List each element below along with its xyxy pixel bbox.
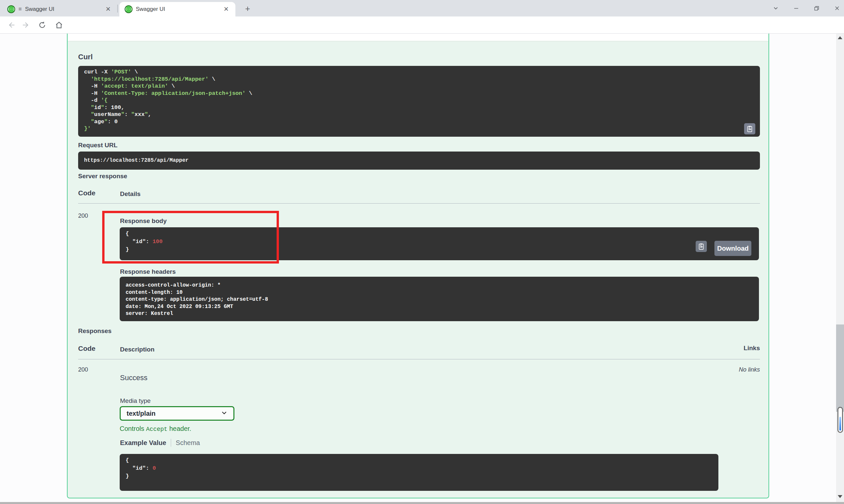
back-icon[interactable]: [6, 20, 16, 30]
tab-swagger-ui-1[interactable]: {··} ≡ Swagger UI ✕: [2, 2, 117, 16]
forward-icon[interactable]: [21, 20, 31, 30]
response-headers-heading: Response headers: [120, 268, 176, 275]
tab-strip: {··} ≡ Swagger UI ✕ {··} Swagger UI ✕ +: [0, 0, 844, 16]
server-response-code-header: Code: [78, 189, 96, 197]
tab-search-chevron-icon[interactable]: [772, 5, 779, 12]
server-response-status-code: 200: [78, 213, 88, 219]
reload-icon[interactable]: [37, 20, 48, 30]
accept-code-text: Accept: [146, 426, 168, 433]
request-url-heading: Request URL: [78, 142, 117, 149]
scrollbar-thumb[interactable]: [836, 324, 844, 412]
opblock-section-header: [68, 34, 769, 41]
new-tab-button[interactable]: +: [243, 4, 253, 14]
response-body-code-block: { "id": 100}: [120, 227, 759, 260]
model-example-tabs: Example Value Schema: [120, 439, 200, 447]
response-row-description: Success: [120, 374, 148, 382]
browser-window: {··} ≡ Swagger UI ✕ {··} Swagger UI ✕ +: [0, 0, 844, 504]
curl-code-block: curl -X 'POST' \ 'https://localhost:7285…: [78, 66, 760, 137]
responses-links-header: Links: [78, 345, 760, 352]
close-window-icon[interactable]: [833, 5, 841, 12]
taskbar-edge: [0, 502, 844, 504]
response-row-links: No links: [78, 366, 760, 373]
example-value-code-block: { "id": 0}: [120, 454, 718, 491]
server-response-heading: Server response: [78, 173, 127, 180]
curl-heading: Curl: [78, 53, 93, 61]
swagger-favicon: {··}: [7, 5, 15, 13]
media-type-label: Media type: [120, 397, 151, 404]
divider: [78, 203, 760, 203]
minimize-icon[interactable]: [793, 5, 800, 12]
download-button[interactable]: Download: [714, 241, 751, 256]
window-controls: [772, 0, 841, 16]
swagger-page: Curl curl -X 'POST' \ 'https://localhost…: [0, 34, 844, 504]
response-body-heading: Response body: [120, 217, 167, 224]
opblock-post-mapper: Curl curl -X 'POST' \ 'https://localhost…: [67, 34, 769, 499]
copy-response-button[interactable]: [696, 241, 707, 252]
accept-header-hint: Controls Accept header.: [120, 425, 191, 433]
tab-schema[interactable]: Schema: [176, 439, 200, 447]
media-type-value: text/plain: [126, 410, 156, 417]
scrollbar-up-arrow[interactable]: [838, 36, 842, 39]
page-scrollbar: [836, 34, 844, 502]
tab-swagger-ui-2-active[interactable]: {··} Swagger UI ✕: [119, 2, 236, 16]
home-icon[interactable]: [54, 20, 64, 30]
tab-close-icon[interactable]: ✕: [104, 5, 112, 13]
tab-title: Swagger UI: [136, 6, 219, 13]
scroll-indicator-bar: [839, 417, 841, 431]
swagger-favicon: {··}: [125, 5, 133, 13]
tab-title-prefix: ≡: [18, 6, 22, 13]
divider: [78, 359, 760, 359]
copy-curl-button[interactable]: [744, 123, 755, 134]
tab-example-value[interactable]: Example Value: [120, 439, 166, 447]
responses-heading: Responses: [78, 327, 111, 335]
restore-icon[interactable]: [813, 5, 820, 12]
scrollbar-down-arrow[interactable]: [838, 495, 842, 498]
browser-toolbar: localhost:7285/swagger/index.html Ga M <…: [0, 16, 844, 34]
chevron-down-icon: [221, 410, 227, 417]
tab-title: Swagger UI: [25, 6, 101, 13]
tab-divider: [117, 5, 118, 13]
scroll-indicator-pill: [838, 407, 843, 433]
request-url-value: https://localhost:7285/api/Mapper: [78, 151, 760, 170]
tab-close-icon[interactable]: ✕: [222, 5, 230, 13]
media-type-select[interactable]: text/plain: [120, 406, 235, 421]
server-response-details-header: Details: [120, 191, 140, 198]
response-headers-block: access-control-allow-origin: *content-le…: [120, 277, 759, 321]
tab-separator: [171, 439, 171, 447]
